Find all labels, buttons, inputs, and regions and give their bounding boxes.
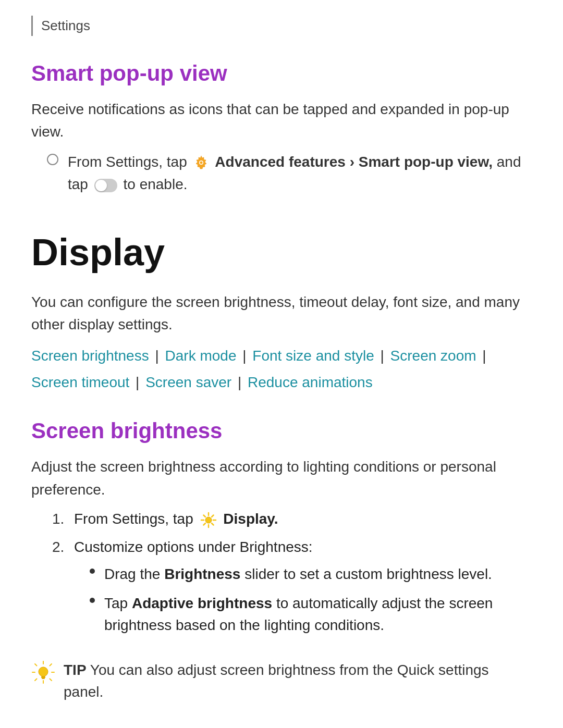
svg-point-20 <box>39 667 48 676</box>
svg-line-9 <box>212 523 214 525</box>
link-font-size[interactable]: Font size and style <box>252 348 374 364</box>
gear-icon <box>193 155 209 170</box>
smart-popup-description: Receive notifications as icons that can … <box>31 98 532 143</box>
display-description: You can configure the screen brightness,… <box>31 291 532 336</box>
tip-section: TIP You can also adjust screen brightnes… <box>31 659 532 703</box>
sub-bullet-dot-2 <box>90 598 95 603</box>
separator-6: | <box>234 374 246 390</box>
tip-text: TIP You can also adjust screen brightnes… <box>64 659 532 703</box>
toggle-icon <box>94 179 117 192</box>
step-1-number: 1. <box>52 508 74 530</box>
sun-icon <box>200 511 217 529</box>
link-screen-brightness[interactable]: Screen brightness <box>31 348 149 364</box>
display-section: Display You can configure the screen bri… <box>31 224 532 396</box>
smart-popup-title: Smart pop-up view <box>31 57 532 90</box>
step-2-content: Customize options under Brightness: Drag… <box>74 536 532 644</box>
brightness-steps: 1. From Settings, tap Display. <box>52 508 532 644</box>
separator-4: | <box>479 348 486 364</box>
tip-bulb-icon <box>31 660 55 684</box>
step-1: 1. From Settings, tap Display. <box>52 508 532 530</box>
sub-bullet-1: Drag the Brightness slider to set a cust… <box>90 563 532 585</box>
smart-popup-section: Smart pop-up view Receive notifications … <box>31 57 532 203</box>
svg-line-11 <box>203 523 205 525</box>
settings-label: Settings <box>31 16 532 36</box>
sub-bullet-2-text: Tap Adaptive brightness to automatically… <box>104 593 532 636</box>
separator-5: | <box>131 374 143 390</box>
brightness-sub-bullets: Drag the Brightness slider to set a cust… <box>90 563 532 636</box>
link-dark-mode[interactable]: Dark mode <box>165 348 237 364</box>
step-2-number: 2. <box>52 536 74 558</box>
display-title: Display <box>31 224 532 280</box>
screen-brightness-description: Adjust the screen brightness according t… <box>31 455 532 501</box>
svg-point-3 <box>205 517 212 523</box>
link-screen-timeout[interactable]: Screen timeout <box>31 374 129 390</box>
svg-rect-22 <box>42 678 45 679</box>
screen-brightness-section: Screen brightness Adjust the screen brig… <box>31 414 532 703</box>
step-1-text: From Settings, tap Display. <box>74 508 278 530</box>
svg-line-10 <box>212 515 214 517</box>
sub-bullet-1-text: Drag the Brightness slider to set a cust… <box>104 563 492 585</box>
link-reduce-animations[interactable]: Reduce animations <box>248 374 373 390</box>
svg-line-8 <box>203 515 205 517</box>
bullet-circle-icon <box>47 154 58 165</box>
separator-1: | <box>151 348 163 364</box>
link-screen-zoom[interactable]: Screen zoom <box>390 348 476 364</box>
smart-popup-instruction-text: From Settings, tap Advanced features › S… <box>68 151 532 196</box>
step-2: 2. Customize options under Brightness: D… <box>52 536 532 644</box>
svg-line-19 <box>35 678 37 681</box>
sub-bullet-2: Tap Adaptive brightness to automatically… <box>90 593 532 636</box>
screen-brightness-title: Screen brightness <box>31 414 532 447</box>
svg-point-2 <box>200 162 202 164</box>
link-screen-saver[interactable]: Screen saver <box>145 374 231 390</box>
separator-2: | <box>238 348 250 364</box>
svg-line-16 <box>35 664 37 666</box>
svg-rect-21 <box>41 676 45 678</box>
svg-line-17 <box>50 678 52 681</box>
sub-bullet-dot-1 <box>90 569 95 574</box>
separator-3: | <box>376 348 388 364</box>
display-links: Screen brightness | Dark mode | Font siz… <box>31 343 532 396</box>
smart-popup-instruction: From Settings, tap Advanced features › S… <box>47 151 532 203</box>
svg-line-18 <box>50 664 52 666</box>
